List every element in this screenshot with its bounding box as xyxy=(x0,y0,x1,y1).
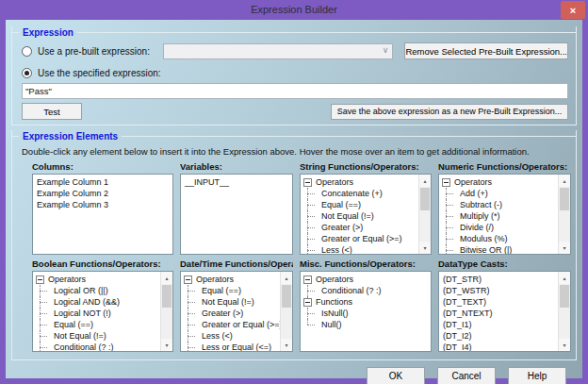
listbox-boolean-functions-operators[interactable]: OperatorsLogical OR (||)Logical AND (&&)… xyxy=(32,271,173,352)
tree-item[interactable]: Not Equal (!=) xyxy=(301,210,418,222)
tree-item[interactable]: Less or Equal (<=) xyxy=(181,342,280,352)
scrollbar-track[interactable] xyxy=(559,284,570,339)
test-button[interactable]: Test xyxy=(22,103,82,120)
collapse-minus-icon[interactable] xyxy=(303,178,312,187)
ok-button[interactable]: OK xyxy=(367,367,425,384)
list-item[interactable]: (DT_NTEXT) xyxy=(439,308,558,319)
panel-string-functions-operators: String Functions/Operators:OperatorsConc… xyxy=(300,160,432,255)
tree-item[interactable]: Less (<) xyxy=(301,244,418,255)
scrollbar-track[interactable] xyxy=(161,284,172,339)
tree-item[interactable]: Logical OR (||) xyxy=(33,285,160,296)
list-item[interactable]: Example Column 3 xyxy=(33,199,172,210)
tree-item[interactable]: Divide (/) xyxy=(439,222,558,233)
tree-item[interactable]: Not Equal (!=) xyxy=(181,296,280,308)
scrollbar-thumb[interactable] xyxy=(560,188,569,210)
titlebar[interactable]: Expression Builder × xyxy=(0,0,588,20)
tree-item[interactable]: Equal (==) xyxy=(181,285,280,296)
tree-branch-label: Operators xyxy=(196,275,234,284)
tree-item[interactable]: IsNull() xyxy=(301,308,431,319)
tree-item[interactable]: Bitwise OR (|) xyxy=(439,244,558,255)
collapse-minus-icon[interactable] xyxy=(184,275,192,284)
list-item[interactable]: (DT_TEXT) xyxy=(439,296,558,308)
tree-item[interactable]: Logical NOT (!) xyxy=(33,308,160,319)
tree-item[interactable]: Greater (>) xyxy=(301,222,418,233)
vertical-scrollbar[interactable]: ▴▾ xyxy=(160,272,172,351)
specified-radio[interactable] xyxy=(22,68,32,78)
list-item[interactable]: (DT_I2) xyxy=(439,330,558,342)
remove-prebuilt-button[interactable]: Remove Selected Pre-Built Expression... xyxy=(404,42,568,59)
cancel-button[interactable]: Cancel xyxy=(437,367,496,384)
listbox-datatype-casts[interactable]: (DT_STR)(DT_WSTR)(DT_TEXT)(DT_NTEXT)(DT_… xyxy=(438,271,571,352)
list-item[interactable]: __INPUT__ xyxy=(181,176,292,188)
scroll-up-icon[interactable]: ▴ xyxy=(419,175,431,187)
scroll-down-icon[interactable]: ▾ xyxy=(559,339,570,351)
list-item[interactable]: (DT_WSTR) xyxy=(439,285,558,296)
tree-item[interactable]: Less (<) xyxy=(181,330,280,342)
list-item[interactable]: (DT_I4) xyxy=(439,342,558,352)
tree-item[interactable]: Conditional (? :) xyxy=(33,342,160,352)
vertical-scrollbar[interactable]: ▴▾ xyxy=(558,272,570,351)
tree-item[interactable]: Subtract (-) xyxy=(439,199,558,210)
close-button[interactable]: × xyxy=(561,1,585,19)
listbox-date-time-functions-operators[interactable]: OperatorsEqual (==)Not Equal (!=)Greater… xyxy=(180,271,293,352)
tree-item[interactable]: Equal (==) xyxy=(301,199,418,210)
elements-grid: Columns:Example Column 1Example Column 2… xyxy=(12,159,576,359)
help-button[interactable]: Help xyxy=(508,367,566,384)
tree-branch[interactable]: Operators xyxy=(301,176,418,188)
collapse-minus-icon[interactable] xyxy=(303,275,312,284)
listbox-variables[interactable]: __INPUT__ xyxy=(180,174,293,255)
prebuilt-dropdown[interactable]: ∨ xyxy=(163,43,393,59)
scroll-down-icon[interactable]: ▾ xyxy=(559,242,570,254)
scroll-up-icon[interactable]: ▴ xyxy=(559,175,570,187)
tree-item[interactable]: Conditional (? :) xyxy=(301,285,431,296)
scrollbar-track[interactable] xyxy=(419,187,431,242)
scrollbar-thumb[interactable] xyxy=(162,285,172,308)
tree-branch[interactable]: Operators xyxy=(181,274,280,285)
scrollbar-track[interactable] xyxy=(559,187,570,242)
collapse-minus-icon[interactable] xyxy=(36,275,44,284)
collapse-minus-icon[interactable] xyxy=(303,298,312,307)
vertical-scrollbar[interactable]: ▴▾ xyxy=(280,272,292,351)
save-prebuilt-button[interactable]: Save the above expression as a new Pre-B… xyxy=(331,104,568,120)
list-item[interactable]: (DT_STR) xyxy=(439,274,558,285)
tree-item[interactable]: Multiply (*) xyxy=(439,210,558,222)
scrollbar-thumb[interactable] xyxy=(420,188,430,210)
tree-item[interactable]: Modulus (%) xyxy=(439,233,558,244)
tree-item[interactable]: Add (+) xyxy=(439,188,558,199)
expression-input[interactable] xyxy=(22,83,568,99)
collapse-minus-icon[interactable] xyxy=(442,178,450,187)
scrollbar-thumb[interactable] xyxy=(560,285,569,308)
scrollbar-track[interactable] xyxy=(281,284,292,339)
scroll-up-icon[interactable]: ▴ xyxy=(161,272,172,284)
list-item[interactable]: Example Column 2 xyxy=(33,188,172,199)
tree-item[interactable]: Equal (==) xyxy=(33,319,160,330)
listbox-misc-functions-operators[interactable]: OperatorsConditional (? :)FunctionsIsNul… xyxy=(300,271,432,352)
list-item[interactable]: (DT_I1) xyxy=(439,319,558,330)
tree-item[interactable]: Logical AND (&&) xyxy=(33,296,160,308)
vertical-scrollbar[interactable]: ▴▾ xyxy=(418,175,431,254)
tree-item[interactable]: Concatenate (+) xyxy=(301,188,418,199)
tree-branch[interactable]: Functions xyxy=(301,296,431,308)
scroll-up-icon[interactable]: ▴ xyxy=(559,272,570,284)
tree-branch[interactable]: Operators xyxy=(33,274,160,285)
scrollbar-thumb[interactable] xyxy=(282,285,291,308)
listbox-numeric-functions-operators[interactable]: OperatorsAdd (+)Subtract (-)Multiply (*)… xyxy=(438,174,571,255)
list-item[interactable]: Example Column 1 xyxy=(33,176,172,188)
prebuilt-radio[interactable] xyxy=(22,46,32,57)
scroll-down-icon[interactable]: ▾ xyxy=(419,242,431,254)
tree-item[interactable]: Null() xyxy=(301,319,431,330)
tree-branch[interactable]: Operators xyxy=(439,176,558,188)
vertical-scrollbar[interactable]: ▴▾ xyxy=(558,175,570,254)
tree-item[interactable]: Greater or Equal (>=) xyxy=(181,319,280,330)
panel-date-time-functions-operators: Date/Time Functions/Operators:OperatorsE… xyxy=(180,258,293,352)
scroll-down-icon[interactable]: ▾ xyxy=(281,339,292,351)
tree-branch[interactable]: Operators xyxy=(301,274,431,285)
scroll-up-icon[interactable]: ▴ xyxy=(281,272,292,284)
tree-item[interactable]: Not Equal (!=) xyxy=(33,330,160,342)
tree-item[interactable]: Greater (>) xyxy=(181,308,280,319)
expression-builder-dialog: Expression Builder × Expression Use a pr… xyxy=(0,0,588,384)
scroll-down-icon[interactable]: ▾ xyxy=(161,339,172,351)
listbox-columns[interactable]: Example Column 1Example Column 2Example … xyxy=(32,174,173,255)
listbox-string-functions-operators[interactable]: OperatorsConcatenate (+)Equal (==)Not Eq… xyxy=(300,174,432,255)
tree-item[interactable]: Greater or Equal (>=) xyxy=(301,233,418,244)
